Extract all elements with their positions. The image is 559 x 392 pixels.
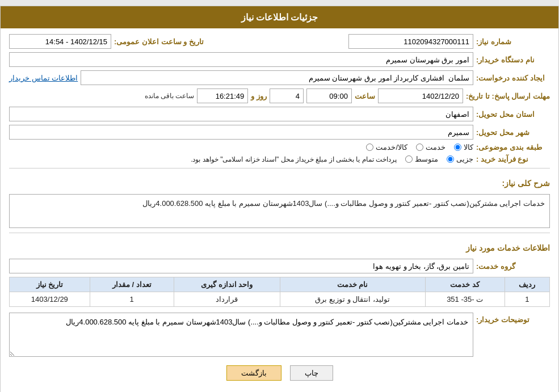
divider-2 bbox=[9, 233, 550, 233]
category-row: طبقه بندی موضوعی: کالا/خدمت خدمت کالا bbox=[9, 143, 550, 151]
process-partial-option[interactable]: جزیی bbox=[447, 155, 473, 163]
page-header: جزئیات اطلاعات نیاز bbox=[1, 6, 558, 28]
category-service-option[interactable]: خدمت bbox=[416, 143, 445, 151]
deadline-date-input[interactable] bbox=[378, 88, 463, 103]
announcement-datetime-label: تاریخ و ساعت اعلان عمومی: bbox=[114, 37, 204, 46]
cell-name: تولید، انتقال و توزیع برق bbox=[280, 292, 425, 307]
col-unit: واحد اندازه گیری bbox=[174, 277, 280, 292]
process-note: پرداخت تمام یا بخشی از مبلغ خریداز محل "… bbox=[191, 155, 397, 163]
buyer-desc-textarea[interactable] bbox=[9, 313, 473, 357]
category-label: طبقه بندی موضوعی: bbox=[476, 143, 550, 151]
category-goods-option[interactable]: کالا bbox=[454, 143, 473, 151]
service-group-input[interactable] bbox=[9, 259, 473, 273]
deadline-remaining-label: ساعت باقی مانده bbox=[145, 92, 195, 100]
deadline-label: مهلت ارسال پاسخ: تا تاریخ: bbox=[466, 92, 550, 100]
creator-input[interactable] bbox=[81, 70, 473, 85]
deadline-time-input[interactable] bbox=[306, 88, 352, 103]
category-goods-service-radio[interactable] bbox=[366, 144, 373, 151]
deadline-days-input[interactable] bbox=[270, 88, 304, 103]
cell-quantity: 1 bbox=[90, 292, 174, 307]
category-goods-radio[interactable] bbox=[454, 144, 461, 151]
general-desc-value: خدمات اجرایی مشترکین(نصب کنتور -تعمیر کن… bbox=[142, 199, 545, 208]
deadline-row: مهلت ارسال پاسخ: تا تاریخ: ساعت روز و سا… bbox=[9, 88, 550, 103]
cell-unit: قرارداد bbox=[174, 292, 280, 307]
col-name: نام خدمت bbox=[280, 277, 425, 292]
services-section-row: اطلاعات خدمات مورد نیاز bbox=[9, 238, 550, 255]
announcement-datetime-input[interactable] bbox=[9, 34, 111, 49]
buyer-org-label: نام دستگاه خریدار: bbox=[476, 56, 550, 64]
buyer-org-row: نام دستگاه خریدار: bbox=[9, 52, 550, 67]
services-section-label: اطلاعات خدمات مورد نیاز bbox=[466, 243, 550, 252]
general-desc-row: شرح کلی نیاز: bbox=[9, 173, 550, 191]
category-radio-group: کالا/خدمت خدمت کالا bbox=[366, 143, 473, 151]
process-label: نوع فرآیند خرید : bbox=[476, 155, 550, 163]
button-row: چاپ بازگشت bbox=[9, 365, 550, 381]
city-label: شهر محل تحویل: bbox=[476, 128, 550, 137]
buyer-desc-row: توضیحات خریدار: bbox=[9, 313, 550, 357]
service-group-label: گروه خدمت: bbox=[476, 262, 550, 271]
service-group-row: گروه خدمت: bbox=[9, 259, 550, 273]
process-row: نوع فرآیند خرید : متوسط جزیی پرداخت تمام… bbox=[9, 155, 550, 163]
general-desc-label: شرح کلی نیاز: bbox=[502, 179, 550, 188]
buyer-desc-label: توضیحات خریدار: bbox=[476, 315, 550, 324]
creator-label: ایجاد کننده درخواست: bbox=[476, 74, 550, 82]
buyer-org-input[interactable] bbox=[9, 52, 473, 67]
process-medium-option[interactable]: متوسط bbox=[405, 155, 438, 163]
col-quantity: تعداد / مقدار bbox=[90, 277, 174, 292]
table-header-row: ردیف کد خدمت نام خدمت واحد اندازه گیری ت… bbox=[10, 277, 550, 292]
category-service-radio[interactable] bbox=[416, 144, 423, 151]
city-row: شهر محل تحویل: bbox=[9, 125, 550, 140]
deadline-remaining-input[interactable] bbox=[197, 88, 248, 103]
process-radio-group: متوسط جزیی bbox=[405, 155, 473, 163]
print-button[interactable]: چاپ bbox=[290, 365, 333, 381]
need-number-input[interactable] bbox=[348, 34, 473, 49]
general-desc-box: خدمات اجرایی مشترکین(نصب کنتور -تعمیر کن… bbox=[9, 194, 550, 228]
deadline-days-label: روز و bbox=[251, 92, 267, 100]
contact-link[interactable]: اطلاعات تماس خریدار bbox=[9, 74, 78, 82]
col-code: کد خدمت bbox=[425, 277, 505, 292]
table-row: 1 ت -35- 351 تولید، انتقال و توزیع برق ق… bbox=[10, 292, 550, 307]
city-input[interactable] bbox=[9, 125, 473, 140]
divider-1 bbox=[9, 168, 550, 168]
province-row: استان محل تحویل: bbox=[9, 107, 550, 121]
creator-row: ایجاد کننده درخواست: اطلاعات تماس خریدار bbox=[9, 70, 550, 85]
need-number-label: شماره نیاز: bbox=[476, 37, 550, 46]
province-input[interactable] bbox=[9, 107, 473, 121]
page-title: جزئیات اطلاعات نیاز bbox=[241, 12, 318, 22]
cell-code: ت -35- 351 bbox=[425, 292, 505, 307]
province-label: استان محل تحویل: bbox=[476, 110, 550, 119]
col-date: تاریخ نیاز bbox=[10, 277, 90, 292]
service-table: ردیف کد خدمت نام خدمت واحد اندازه گیری ت… bbox=[9, 277, 550, 307]
back-button[interactable]: بازگشت bbox=[226, 365, 281, 381]
col-row: ردیف bbox=[505, 277, 549, 292]
cell-date: 1403/12/29 bbox=[10, 292, 90, 307]
process-medium-radio[interactable] bbox=[405, 155, 413, 163]
need-number-row: شماره نیاز: تاریخ و ساعت اعلان عمومی: bbox=[9, 34, 550, 49]
cell-row: 1 bbox=[505, 292, 549, 307]
process-partial-radio[interactable] bbox=[447, 155, 454, 163]
deadline-time-label: ساعت bbox=[355, 92, 375, 100]
category-goods-service-option[interactable]: کالا/خدمت bbox=[366, 143, 407, 151]
